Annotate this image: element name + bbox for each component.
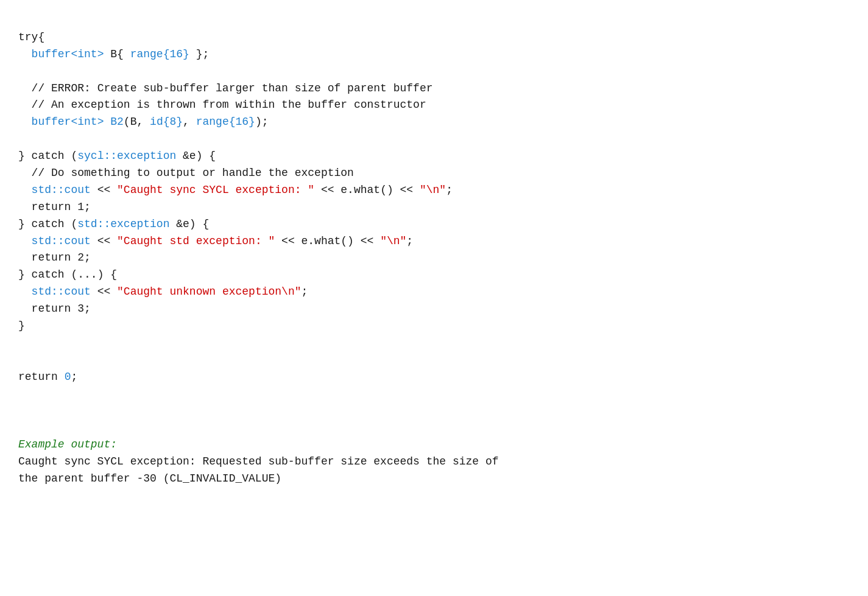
- code-viewer: try{ buffer<int> B{ range{16} }; // ERRO…: [18, 12, 850, 488]
- line-buffer1: buffer<int> B{ range{16} };: [18, 48, 209, 60]
- line-catch1: } catch (sycl::exception &e) {: [18, 150, 216, 162]
- line-empty2: [18, 133, 25, 145]
- line-return2: return 2;: [18, 251, 91, 264]
- line-cout1: std::cout << "Caught sync SYCL exception…: [18, 184, 453, 196]
- line-comment1: // ERROR: Create sub-buffer larger than …: [18, 82, 433, 94]
- line-example-output-1: Caught sync SYCL exception: Requested su…: [18, 455, 499, 468]
- line-return0: return 0;: [18, 371, 77, 383]
- line-example-output-label: Example output:: [18, 438, 117, 451]
- line-try: try{: [18, 31, 44, 43]
- line-example-output-2: the parent buffer -30 (CL_INVALID_VALUE): [18, 472, 281, 485]
- line-empty1: [18, 65, 25, 77]
- line-empty6: [18, 404, 25, 416]
- line-empty7: [18, 421, 25, 433]
- line-cout3: std::cout << "Caught unknown exception\n…: [18, 286, 308, 298]
- line-cout2: std::cout << "Caught std exception: " <<…: [18, 235, 413, 247]
- line-return1: return 1;: [18, 201, 91, 213]
- line-buffer2: buffer<int> B2(B, id{8}, range{16});: [18, 116, 269, 128]
- line-empty5: [18, 388, 25, 400]
- line-return3: return 3;: [18, 303, 91, 315]
- line-close-brace: }: [18, 320, 25, 332]
- line-catch3: } catch (...) {: [18, 268, 117, 281]
- line-comment3: // Do something to output or handle the …: [18, 167, 354, 179]
- line-catch2: } catch (std::exception &e) {: [18, 218, 209, 230]
- line-comment2: // An exception is thrown from within th…: [18, 99, 426, 111]
- line-empty3: [18, 337, 25, 349]
- line-empty4: [18, 354, 25, 366]
